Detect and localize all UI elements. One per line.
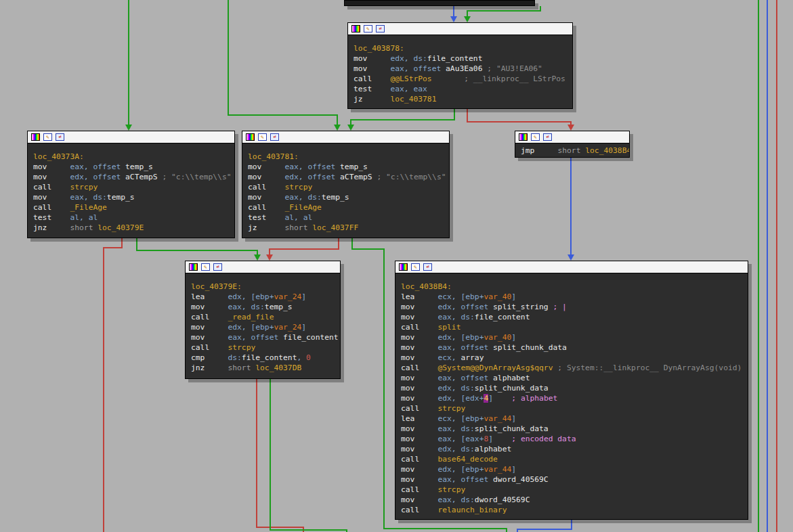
edge-arrowhead	[125, 125, 132, 131]
block-loc_40379E[interactable]: ✎⇄loc_40379E:lea edx, [ebp+var_24]mov ea…	[185, 261, 341, 379]
asm-line: loc_40373A:	[33, 152, 229, 162]
asm-line: mov edx, [edx+4] ; alphabet	[401, 393, 742, 403]
edge-red-11	[257, 379, 303, 532]
block-code: loc_4038B4:lea ecx, [ebp+var_40]mov edx,…	[395, 273, 748, 515]
asm-line: mov edx, offset split_string ; |	[401, 302, 742, 312]
block-loc_4038B4[interactable]: ✎⇄loc_4038B4:lea ecx, [ebp+var_40]mov ed…	[395, 261, 748, 520]
asm-line: jmp short loc_4038B4	[521, 146, 624, 156]
palette-icon[interactable]	[246, 133, 255, 141]
graph-chart-icon[interactable]: ⇄	[423, 263, 432, 271]
asm-line: lea ecx, [ebp+var_40]	[401, 292, 742, 302]
asm-line: call strcpy	[191, 342, 335, 353]
block-jmp-loc_4038B4[interactable]: ✎⇄jmp short loc_4038B4	[515, 131, 630, 158]
block-titlebar[interactable]: ✎⇄	[186, 261, 340, 273]
palette-icon[interactable]	[399, 263, 408, 271]
edge-blue-13	[517, 520, 572, 532]
asm-line: mov ecx, array	[401, 353, 742, 363]
asm-line: loc_403878:	[353, 43, 567, 53]
graph-chart-icon[interactable]: ⇄	[270, 133, 279, 141]
asm-line: mov edx, [ebp+var_44]	[401, 464, 742, 474]
edit-icon[interactable]: ✎	[43, 133, 52, 141]
asm-line: test al, al	[33, 213, 229, 223]
graph-chart-icon[interactable]: ⇄	[213, 263, 222, 271]
asm-line: mov eax, offset alphabet	[401, 373, 742, 383]
palette-icon[interactable]	[31, 133, 40, 141]
edge-arrowhead	[334, 125, 341, 131]
asm-line: call split	[401, 322, 742, 332]
graph-chart-icon[interactable]: ⇄	[543, 133, 552, 141]
asm-line: mov eax, offset temp_s	[33, 162, 229, 172]
asm-line: mov eax, offset split_chunk_data	[401, 342, 742, 353]
asm-line: mov edx, [ebp+var_40]	[401, 332, 742, 342]
asm-line: call base64_decode	[401, 454, 742, 464]
edge-green-12	[270, 379, 347, 532]
palette-icon[interactable]	[351, 25, 360, 32]
ida-graph-view[interactable]: ✎⇄loc_403878:mov edx, ds:file_contentmov…	[0, 0, 793, 532]
edge-green-5	[467, 6, 540, 17]
asm-line: call @@LStrPos ; __linkproc__ LStrPos	[353, 74, 567, 84]
edge-green-2	[351, 109, 454, 125]
block-code: loc_403878:mov edx, ds:file_contentmov e…	[348, 35, 572, 104]
block-partial-top[interactable]	[344, 0, 535, 6]
edge-arrowhead	[464, 16, 471, 22]
asm-line: lea edx, [ebp+var_24]	[191, 292, 335, 302]
asm-line: call @System@@DynArrayAsg$qqrv ; System:…	[401, 363, 742, 373]
asm-line: call relaunch_binary	[401, 505, 742, 515]
edit-icon[interactable]: ✎	[258, 133, 267, 141]
edge-green-1	[228, 0, 337, 125]
asm-line: jz short loc_4037FF	[248, 223, 444, 233]
asm-line: mov edx, ds:split_chunk_data	[401, 383, 742, 393]
edge-arrowhead	[266, 254, 273, 261]
asm-line: mov edx, offset aCTempS ; "c:\\temp\\s"	[248, 172, 444, 182]
block-loc_403878[interactable]: ✎⇄loc_403878:mov edx, ds:file_contentmov…	[347, 22, 573, 109]
block-loc_40373A[interactable]: ✎⇄loc_40373A:mov eax, offset temp_smov e…	[27, 131, 235, 238]
edge-arrowhead	[450, 16, 457, 22]
graph-chart-icon[interactable]: ⇄	[56, 133, 64, 141]
edge-arrowhead	[347, 125, 354, 131]
asm-line: mov eax, offset dword_40569C	[401, 474, 742, 485]
asm-line: test al, al	[248, 213, 444, 223]
asm-line: test eax, eax	[353, 84, 567, 94]
graph-chart-icon[interactable]: ⇄	[376, 25, 385, 32]
asm-line: mov edx, ds:file_content	[353, 53, 567, 64]
asm-line: mov edx, [ebp+var_24]	[191, 322, 335, 332]
block-titlebar[interactable]: ✎⇄	[515, 131, 629, 143]
asm-line: mov eax, offset file_content	[191, 332, 335, 342]
asm-line: call _FileAge	[33, 202, 229, 213]
asm-line: call strcpy	[401, 485, 742, 495]
block-titlebar[interactable]: ✎⇄	[395, 261, 748, 273]
asm-line: loc_4038B4:	[401, 282, 742, 292]
asm-line: jnz short loc_4037DB	[191, 363, 335, 373]
edge-arrowhead	[567, 125, 574, 131]
asm-line: jnz short loc_40379E	[33, 223, 229, 233]
edit-icon[interactable]: ✎	[364, 25, 372, 32]
asm-line: mov eax, ds:file_content	[401, 312, 742, 322]
block-code: jmp short loc_4038B4	[515, 143, 629, 156]
edge-green-6	[137, 238, 257, 255]
edge-red-7	[104, 238, 122, 532]
asm-line: mov eax, ds:split_chunk_data	[401, 424, 742, 434]
edge-red-8	[270, 238, 339, 255]
palette-icon[interactable]	[519, 133, 528, 141]
asm-line: cmp ds:file_content, 0	[191, 353, 335, 363]
edge-arrowhead	[567, 254, 574, 261]
block-titlebar[interactable]: ✎⇄	[348, 23, 572, 35]
asm-line: mov edx, ds:alphabet	[401, 444, 742, 454]
asm-line: call strcpy	[33, 182, 229, 192]
block-titlebar[interactable]: ✎⇄	[28, 131, 234, 143]
block-loc_403781[interactable]: ✎⇄loc_403781:mov eax, offset temp_smov e…	[242, 131, 450, 238]
block-titlebar[interactable]: ✎⇄	[242, 131, 449, 143]
asm-line: jz loc_403781	[353, 94, 567, 104]
edge-arrowhead	[254, 254, 261, 261]
edit-icon[interactable]: ✎	[201, 263, 210, 271]
asm-line: loc_403781:	[248, 152, 444, 162]
edit-icon[interactable]: ✎	[531, 133, 540, 141]
asm-line: mov eax, offset temp_s	[248, 162, 444, 172]
asm-line: mov eax, offset aAu3Ea06 ; "AU3!EA06"	[353, 64, 567, 74]
edge-red-3	[467, 109, 571, 125]
edit-icon[interactable]: ✎	[411, 263, 420, 271]
palette-icon[interactable]	[189, 263, 198, 271]
asm-line: mov eax, ds:temp_s	[248, 192, 444, 202]
asm-line: call _read_file	[191, 312, 335, 322]
asm-line: mov edx, offset aCTempS ; "c:\\temp\\s"	[33, 172, 229, 182]
